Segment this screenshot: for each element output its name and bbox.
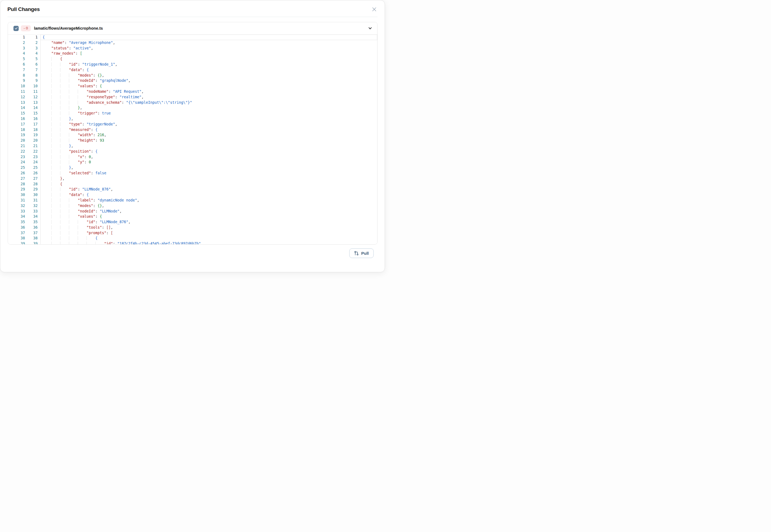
new-line-number: 1 <box>25 35 38 40</box>
new-line-number: 30 <box>25 192 38 198</box>
code-text: "advance_schema": "{\"sampleInput\":\"st… <box>40 100 377 105</box>
new-line-number: 13 <box>25 100 38 105</box>
pull-button[interactable]: Pull <box>349 248 374 258</box>
pull-button-label: Pull <box>361 251 369 256</box>
code-line: 3131 "label": "dynamicNode node", <box>8 198 377 203</box>
code-text: }, <box>40 176 377 181</box>
code-text: "modes": {}, <box>40 203 377 209</box>
code-text: "id": "triggerNode_1", <box>40 62 377 67</box>
code-text: }, <box>40 116 377 122</box>
file-header-row[interactable]: - 0 lamatic/flows/AverageMicrophone.ts <box>8 22 377 35</box>
old-line-number: 13 <box>8 100 25 105</box>
new-line-number: 3 <box>25 46 38 51</box>
code-line: 3535 "id": "LLMNode_876", <box>8 219 377 225</box>
code-text: }, <box>40 165 377 170</box>
diff-code-viewport[interactable]: 11{22 "name": "Average Microphone",33 "s… <box>8 35 377 244</box>
old-line-number: 8 <box>8 73 25 78</box>
code-line: 2525 }, <box>8 165 377 170</box>
new-line-number: 18 <box>25 127 38 133</box>
old-line-number: 36 <box>8 225 25 230</box>
old-line-number: 32 <box>8 203 25 209</box>
new-line-number: 11 <box>25 89 38 94</box>
old-line-number: 7 <box>8 67 25 73</box>
old-line-number: 38 <box>8 236 25 241</box>
new-line-number: 32 <box>25 203 38 209</box>
code-line: 3939 "id": "187c2f4b-c23d-4545-abef-73dc… <box>8 241 377 244</box>
pull-changes-dialog: Pull Changes - 0 lamatic/flows/AverageMi… <box>0 0 385 266</box>
new-line-number: 14 <box>25 105 38 111</box>
code-line: 77 "data": { <box>8 67 377 73</box>
code-text: "type": "triggerNode", <box>40 122 377 127</box>
code-rows: 11{22 "name": "Average Microphone",33 "s… <box>8 35 377 244</box>
code-line: 1111 "nodeName": "API Request", <box>8 89 377 94</box>
old-line-number: 20 <box>8 138 25 143</box>
old-line-number: 22 <box>8 149 25 154</box>
code-text: "measured": { <box>40 127 377 133</box>
old-line-number: 31 <box>8 198 25 203</box>
old-line-number: 6 <box>8 62 25 67</box>
code-line: 2323 "x": 0, <box>8 154 377 160</box>
new-line-number: 7 <box>25 67 38 73</box>
code-line: 1818 "measured": { <box>8 127 377 133</box>
file-name: lamatic/flows/AverageMicrophone.ts <box>34 26 103 30</box>
old-line-number: 24 <box>8 159 25 165</box>
old-line-number: 23 <box>8 154 25 160</box>
code-text: "id": "LLMNode_876", <box>40 219 377 225</box>
old-line-number: 5 <box>8 56 25 62</box>
old-line-number: 4 <box>8 51 25 56</box>
new-line-number: 16 <box>25 116 38 122</box>
code-line: 1010 "values": { <box>8 83 377 89</box>
new-line-number: 15 <box>25 111 38 116</box>
old-line-number: 17 <box>8 122 25 127</box>
code-line: 33 "status": "active", <box>8 46 377 51</box>
file-diff-card: - 0 lamatic/flows/AverageMicrophone.ts 1… <box>8 22 378 245</box>
old-line-number: 3 <box>8 46 25 51</box>
check-icon <box>15 27 18 30</box>
code-text: "selected": false <box>40 170 377 176</box>
old-line-number: 28 <box>8 181 25 187</box>
code-text: "values": { <box>40 83 377 89</box>
code-line: 11{ <box>8 35 377 40</box>
code-text: "y": 0 <box>40 159 377 165</box>
new-line-number: 22 <box>25 149 38 154</box>
new-line-number: 33 <box>25 209 38 214</box>
new-line-number: 6 <box>25 62 38 67</box>
file-checkbox[interactable] <box>13 26 19 31</box>
code-line: 3030 "data": { <box>8 192 377 198</box>
dialog-header: Pull Changes <box>0 0 385 17</box>
new-line-number: 17 <box>25 122 38 127</box>
code-line: 2121 }, <box>8 143 377 149</box>
code-text: "modes": {}, <box>40 73 377 78</box>
old-line-number: 12 <box>8 94 25 100</box>
code-line: 66 "id": "triggerNode_1", <box>8 62 377 67</box>
chevron-down-icon[interactable] <box>368 26 372 30</box>
code-line: 1919 "width": 216, <box>8 132 377 138</box>
old-line-number: 35 <box>8 219 25 225</box>
code-text: "name": "Average Microphone", <box>40 40 377 46</box>
code-text: "id": "187c2f4b-c23d-4545-abef-73dc897d6… <box>40 241 377 244</box>
new-line-number: 26 <box>25 170 38 176</box>
code-line: 99 "nodeId": "graphqlNode", <box>8 78 377 83</box>
code-line: 1313 "advance_schema": "{\"sampleInput\"… <box>8 100 377 105</box>
new-line-number: 38 <box>25 236 38 241</box>
code-text: "responeType": "realtime", <box>40 94 377 100</box>
code-line: 55 { <box>8 56 377 62</box>
code-text: "prompts": [ <box>40 230 377 236</box>
new-line-number: 10 <box>25 83 38 89</box>
code-text: "nodeId": "LLMNode", <box>40 209 377 214</box>
close-button[interactable] <box>371 6 378 13</box>
old-line-number: 10 <box>8 83 25 89</box>
new-line-number: 35 <box>25 219 38 225</box>
old-line-number: 1 <box>8 35 25 40</box>
new-line-number: 29 <box>25 187 38 192</box>
new-line-number: 23 <box>25 154 38 160</box>
code-line: 2828 { <box>8 181 377 187</box>
old-line-number: 33 <box>8 209 25 214</box>
old-line-number: 9 <box>8 78 25 83</box>
new-line-number: 27 <box>25 176 38 181</box>
code-line: 1515 "trigger": true <box>8 111 377 116</box>
new-line-number: 28 <box>25 181 38 187</box>
code-line: 1414 }, <box>8 105 377 111</box>
code-text: "data": { <box>40 192 377 198</box>
old-line-number: 11 <box>8 89 25 94</box>
